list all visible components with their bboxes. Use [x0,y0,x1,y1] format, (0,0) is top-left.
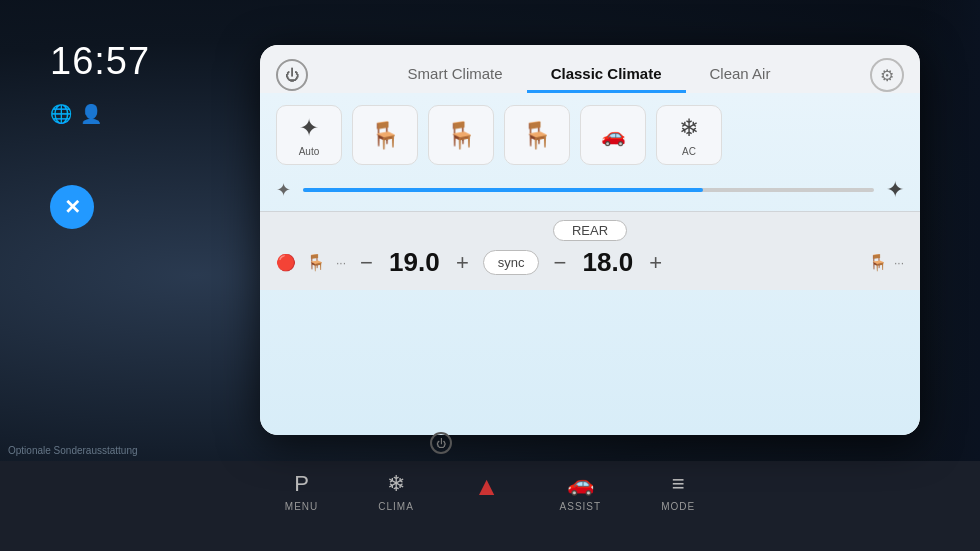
menu-button[interactable]: P MENU [285,471,318,512]
tab-clean-air[interactable]: Clean Air [686,57,795,93]
right-temp-minus[interactable]: − [549,250,570,276]
ac-icon: ❄ [679,114,699,142]
bottom-control-area: REAR 🔴 🪑 ··· − 19.0 + sync − 18.0 + [260,211,920,290]
menu-icon: P [294,471,309,497]
rear-window-button[interactable]: 🚗 [580,105,646,165]
fan-auto-button[interactable]: ✦ Auto [276,105,342,165]
left-temp-plus[interactable]: + [452,250,473,276]
seat-cool-icon: 🪑 [521,120,553,151]
rear-badge: REAR [553,220,627,241]
left-seat-icon[interactable]: 🪑 [306,253,326,272]
screen: ⏻ Smart Climate Classic Climate Clean Ai… [260,45,920,435]
close-icon: ✕ [64,195,81,219]
left-dots-icon: ··· [336,256,346,270]
function-buttons-row: ✦ Auto 🪑 🪑 🪑 🚗 ❄ AC [276,105,904,165]
rear-label-row: REAR [276,220,904,241]
left-temp-value: 19.0 [387,247,442,278]
power-icon: ⏻ [285,67,299,83]
seat-heat-1-button[interactable]: 🪑 [352,105,418,165]
left-temp-minus[interactable]: − [356,250,377,276]
mode-label: MODE [661,501,695,512]
assist-label: ASSIST [560,501,602,512]
settings-icon: ⚙ [880,66,894,85]
caption: Optionale Sonderausstattung [8,445,138,456]
mode-icon: ≡ [672,471,685,497]
right-temp-value: 18.0 [580,247,635,278]
rear-window-icon: 🚗 [601,123,626,147]
screen-power-button[interactable]: ⏻ [430,432,452,454]
screen-power-icon: ⏻ [436,438,446,449]
sync-button[interactable]: sync [483,250,540,275]
assist-icon: 🚗 [567,471,594,497]
right-seat-icons: 🪑 ··· [868,253,904,272]
main-content: ✦ Auto 🪑 🪑 🪑 🚗 ❄ AC [260,93,920,435]
power-button[interactable]: ⏻ [276,59,308,91]
seat-heat-1-icon: 🪑 [369,120,401,151]
settings-button[interactable]: ⚙ [870,58,904,92]
tab-smart-climate[interactable]: Smart Climate [384,57,527,93]
profile-icon: 👤 [80,103,102,125]
fan-small-icon: ✦ [276,179,291,201]
time-display: 16:57 [50,40,270,83]
fan-slider-track[interactable] [303,188,874,192]
right-dots-icon: ··· [894,256,904,270]
hazard-icon: ▲ [474,471,500,502]
fan-large-icon: ✦ [886,177,904,203]
fan-auto-icon: ✦ [299,114,319,142]
screen-bezel: ⏻ Smart Climate Classic Climate Clean Ai… [260,45,920,435]
seat-cool-button[interactable]: 🪑 [504,105,570,165]
right-temp-plus[interactable]: + [645,250,666,276]
seat-heat-2-icon: 🪑 [445,120,477,151]
clima-icon: ❄ [387,471,405,497]
fan-speed-row: ✦ ✦ [276,177,904,203]
tab-classic-climate[interactable]: Classic Climate [527,57,686,93]
temperature-controls: 🔴 🪑 ··· − 19.0 + sync − 18.0 + 🪑 ··· [276,247,904,278]
assist-button[interactable]: 🚗 ASSIST [560,471,602,512]
globe-icon: 🌐 [50,103,72,125]
ac-button[interactable]: ❄ AC [656,105,722,165]
close-button[interactable]: ✕ [50,185,94,229]
status-icons: 🌐 👤 [50,103,270,125]
clima-label: CLIMA [378,501,414,512]
seat-heat-2-button[interactable]: 🪑 [428,105,494,165]
right-seat-icon[interactable]: 🪑 [868,253,888,272]
mode-button[interactable]: ≡ MODE [661,471,695,512]
hardware-bar: P MENU ❄ CLIMA ▲ 🚗 ASSIST ≡ MODE [0,461,980,551]
fan-slider-fill [303,188,703,192]
clima-button[interactable]: ❄ CLIMA [378,471,414,512]
hazard-button[interactable]: ▲ [474,471,500,502]
left-seat-heat-icon-control[interactable]: 🔴 [276,253,296,272]
screen-power-area: ⏻ [430,432,452,454]
ac-label: AC [682,146,696,157]
menu-label: MENU [285,501,318,512]
top-bar: ⏻ Smart Climate Classic Climate Clean Ai… [260,45,920,93]
fan-auto-label: Auto [299,146,320,157]
tab-bar: Smart Climate Classic Climate Clean Air [318,57,860,93]
